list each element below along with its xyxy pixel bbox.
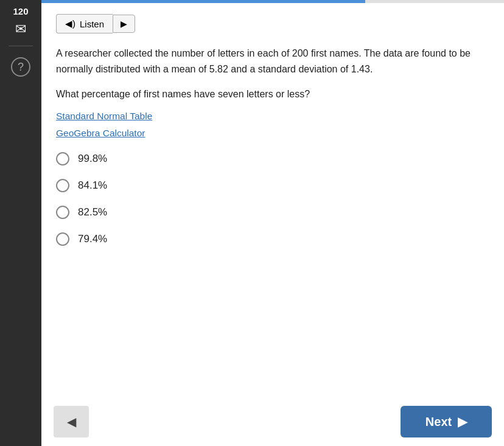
option-3-label: 82.5% <box>78 206 107 218</box>
question-sub-text: What percentage of first names have seve… <box>56 86 485 102</box>
sidebar-divider <box>9 46 33 46</box>
option-2[interactable]: 84.1% <box>56 179 485 192</box>
option-1[interactable]: 99.8% <box>56 152 485 166</box>
bottom-nav: ◀ Next ▶ <box>41 399 504 446</box>
radio-2[interactable] <box>56 179 69 192</box>
radio-1[interactable] <box>56 152 69 166</box>
next-button[interactable]: Next ▶ <box>401 406 492 437</box>
envelope-icon: ✉ <box>15 21 26 37</box>
option-4-label: 79.4% <box>78 233 107 245</box>
radio-4[interactable] <box>56 232 69 246</box>
listen-label: Listen <box>80 19 104 29</box>
option-1-label: 99.8% <box>78 153 107 165</box>
main-content: ◀) Listen ▶ A researcher collected the n… <box>41 0 504 446</box>
listen-button[interactable]: ◀) Listen <box>56 14 113 33</box>
sidebar-badge: 120 <box>0 0 41 20</box>
geogebra-calculator-link[interactable]: GeoGebra Calculator <box>56 128 485 139</box>
back-icon: ◀ <box>67 414 76 429</box>
option-4[interactable]: 79.4% <box>56 232 485 246</box>
option-3[interactable]: 82.5% <box>56 206 485 219</box>
standard-normal-table-link[interactable]: Standard Normal Table <box>56 111 485 122</box>
radio-3[interactable] <box>56 206 69 219</box>
listen-bar: ◀) Listen ▶ <box>56 14 485 33</box>
sidebar: 120 ✉ ? <box>0 0 41 446</box>
options-area: 99.8% 84.1% 82.5% 79.4% <box>56 152 485 246</box>
next-icon: ▶ <box>458 414 467 429</box>
speaker-icon: ◀) <box>65 18 75 29</box>
question-paragraph: A researcher collected the number of let… <box>56 46 485 77</box>
content-area: ◀) Listen ▶ A researcher collected the n… <box>41 3 504 399</box>
next-label: Next <box>425 415 452 429</box>
back-button[interactable]: ◀ <box>54 406 89 437</box>
question-main-text: A researcher collected the number of let… <box>56 48 471 74</box>
play-icon: ▶ <box>121 19 127 29</box>
option-2-label: 84.1% <box>78 179 107 192</box>
play-button[interactable]: ▶ <box>113 15 135 33</box>
help-icon[interactable]: ? <box>11 57 30 77</box>
